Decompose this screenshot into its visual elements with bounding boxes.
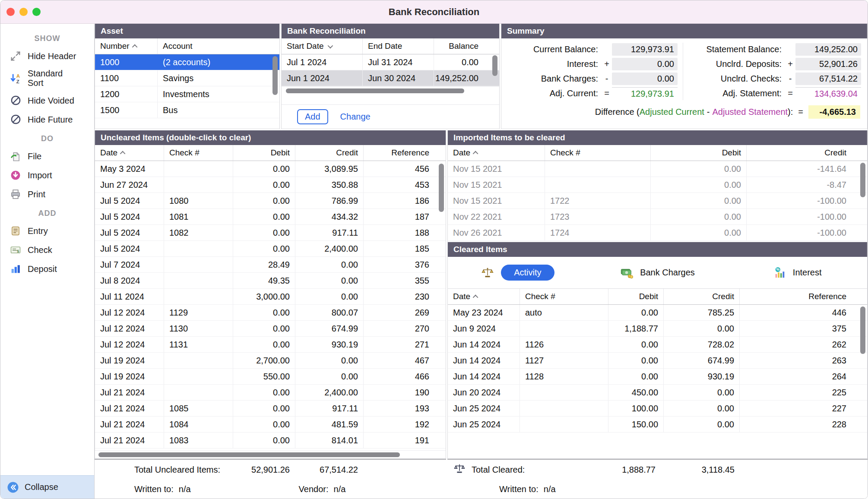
uncleared-row[interactable]: Jul 5 2024 1080 0.00 786.99 186 <box>95 193 446 209</box>
uncleared-row[interactable]: Jul 21 2024 1085 0.00 917.11 193 <box>95 401 446 417</box>
uncleared-row[interactable]: Jun 27 2024 0.00 350.88 453 <box>95 177 446 193</box>
sidebar-item-standard-sort[interactable]: AZ Standard Sort <box>0 66 94 91</box>
uncleared-row[interactable]: Jul 12 2024 1129 0.00 800.07 269 <box>95 305 446 321</box>
asset-row[interactable]: 1500 Bus <box>95 102 279 118</box>
uncleared-date: Jul 12 2024 <box>95 337 164 352</box>
cleared-row[interactable]: Jun 14 2024 1128 0.00 930.19 264 <box>448 369 867 385</box>
tab-activity[interactable]: Activity <box>448 265 588 281</box>
summary-statement-column: Statement Balance: 149,252.00 Unclrd. De… <box>683 43 861 100</box>
bankrec-table-body: Jul 1 2024 Jul 31 2024 0.00 Jun 1 2024 J… <box>282 54 499 86</box>
asset-column-number[interactable]: Number <box>95 38 158 54</box>
uncleared-row[interactable]: May 3 2024 0.00 3,089.95 456 <box>95 161 446 177</box>
cleared-reference: 227 <box>740 401 852 416</box>
close-window-button[interactable] <box>6 8 15 16</box>
uncleared-horizontal-scrollbar[interactable] <box>95 450 446 458</box>
sidebar-item-deposit[interactable]: Deposit <box>0 259 94 278</box>
window-controls <box>0 8 41 16</box>
uncleared-column-reference[interactable]: Reference <box>364 145 434 161</box>
uncleared-row[interactable]: Jul 19 2024 550.00 0.00 466 <box>95 369 446 385</box>
cleared-column-check[interactable]: Check # <box>520 289 608 304</box>
imported-row[interactable]: Nov 22 2021 1723 0.00 -100.00 <box>448 209 867 225</box>
uncleared-row[interactable]: Jul 21 2024 0.00 2,400.00 190 <box>95 385 446 401</box>
bankrec-horizontal-scrollbar[interactable] <box>282 86 499 95</box>
imported-row[interactable]: Nov 15 2021 0.00 -141.64 <box>448 161 867 177</box>
cleared-date: May 23 2024 <box>448 305 520 320</box>
sidebar-item-hide-future[interactable]: Hide Future <box>0 110 94 129</box>
asset-row[interactable]: 1000 (2 accounts) <box>95 54 279 70</box>
uncleared-column-debit[interactable]: Debit <box>233 145 295 161</box>
uncleared-row[interactable]: Jul 21 2024 1083 0.00 814.01 191 <box>95 433 446 448</box>
cleared-reference: 264 <box>740 369 852 384</box>
uncleared-column-check[interactable]: Check # <box>164 145 233 161</box>
cleared-row[interactable]: Jun 14 2024 1127 0.00 674.99 263 <box>448 353 867 369</box>
sidebar-item-hide-voided[interactable]: Hide Voided <box>0 91 94 110</box>
uncleared-row[interactable]: Jul 11 2024 3,000.00 0.00 230 <box>95 289 446 305</box>
sidebar-item-print[interactable]: Print <box>0 185 94 204</box>
uncleared-row[interactable]: Jul 12 2024 1131 0.00 930.19 271 <box>95 337 446 353</box>
uncleared-column-credit[interactable]: Credit <box>295 145 364 161</box>
uncleared-row[interactable]: Jul 5 2024 0.00 2,400.00 185 <box>95 241 446 257</box>
uncleared-row[interactable]: Jul 5 2024 1081 0.00 434.32 187 <box>95 209 446 225</box>
bankrec-column-start-date[interactable]: Start Date <box>282 38 363 54</box>
change-button[interactable]: Change <box>340 112 371 122</box>
asset-column-account[interactable]: Account <box>158 38 272 54</box>
sidebar-item-check[interactable]: $ Check <box>0 240 94 259</box>
sidebar-section-do: DO <box>0 134 94 143</box>
imported-row[interactable]: Nov 15 2021 1722 0.00 -100.00 <box>448 193 867 209</box>
uncleared-row[interactable]: Jul 8 2024 49.35 0.00 355 <box>95 273 446 289</box>
uncleared-row[interactable]: Jul 21 2024 1084 0.00 481.59 192 <box>95 417 446 433</box>
cleared-reference: 375 <box>740 321 852 336</box>
sidebar-item-entry[interactable]: Entry <box>0 221 94 240</box>
imported-row[interactable]: Nov 26 2021 1724 0.00 -100.00 <box>448 225 867 241</box>
uncleared-row[interactable]: Jul 5 2024 1082 0.00 917.11 188 <box>95 225 446 241</box>
tab-interest[interactable]: % Interest <box>727 266 867 279</box>
minimize-window-button[interactable] <box>19 8 28 16</box>
sidebar-item-file[interactable]: File <box>0 147 94 166</box>
sidebar-item-hide-header[interactable]: Hide Header <box>0 47 94 66</box>
adjusted-current-label: Adjusted Current <box>640 107 704 117</box>
tab-bank-charges[interactable]: Bank Charges <box>588 266 728 279</box>
cleared-row[interactable]: Jun 25 2024 100.00 0.00 227 <box>448 401 867 417</box>
bankrec-row[interactable]: Jul 1 2024 Jul 31 2024 0.00 <box>282 54 499 70</box>
uncleared-vertical-scrollbar[interactable] <box>439 164 444 212</box>
interest-value[interactable]: 0.00 <box>612 58 678 70</box>
cleared-row[interactable]: Jun 14 2024 1126 0.00 728.02 262 <box>448 337 867 353</box>
cleared-row[interactable]: Jun 9 2024 1,188.77 0.00 375 <box>448 321 867 337</box>
bankrec-column-balance[interactable]: Balance <box>434 38 484 54</box>
cleared-table-header: Date Check # Debit Credit Reference <box>448 289 867 305</box>
cleared-column-date[interactable]: Date <box>448 289 520 304</box>
imported-column-credit[interactable]: Credit <box>747 145 852 161</box>
bankrec-vertical-scrollbar[interactable] <box>492 55 497 76</box>
cleared-column-debit[interactable]: Debit <box>608 289 664 304</box>
asset-vertical-scrollbar[interactable] <box>272 56 278 95</box>
uncleared-debit: 3,000.00 <box>233 289 295 304</box>
imported-column-debit[interactable]: Debit <box>651 145 747 161</box>
collapse-label: Collapse <box>25 482 58 492</box>
bankrec-row[interactable]: Jun 1 2024 Jun 30 2024 149,252.00 <box>282 70 499 86</box>
asset-row[interactable]: 1200 Investments <box>95 86 279 102</box>
cleared-column-reference[interactable]: Reference <box>740 289 852 304</box>
uncleared-row[interactable]: Jul 19 2024 2,700.00 0.00 467 <box>95 353 446 369</box>
uncleared-row[interactable]: Jul 12 2024 1130 0.00 674.99 270 <box>95 321 446 337</box>
cleared-check <box>520 321 608 336</box>
imported-column-check[interactable]: Check # <box>545 145 651 161</box>
imported-row[interactable]: Nov 15 2021 0.00 -8.47 <box>448 177 867 193</box>
uncleared-column-date[interactable]: Date <box>95 145 164 161</box>
imported-column-date[interactable]: Date <box>448 145 545 161</box>
cleared-row[interactable]: May 23 2024 auto 0.00 785.25 446 <box>448 305 867 321</box>
cleared-row[interactable]: Jun 25 2024 150.00 0.00 228 <box>448 417 867 433</box>
bank-charges-value[interactable]: 0.00 <box>612 73 678 85</box>
uncleared-debit: 0.00 <box>233 337 295 352</box>
add-button[interactable]: Add <box>297 109 328 124</box>
sidebar-item-import[interactable]: Import <box>0 166 94 185</box>
cleared-check <box>520 385 608 400</box>
imported-vertical-scrollbar[interactable] <box>860 163 865 197</box>
collapse-sidebar-button[interactable]: Collapse <box>0 475 94 499</box>
asset-row[interactable]: 1100 Savings <box>95 70 279 86</box>
uncleared-row[interactable]: Jul 7 2024 28.49 0.00 376 <box>95 257 446 273</box>
cleared-column-credit[interactable]: Credit <box>664 289 740 304</box>
zoom-window-button[interactable] <box>32 8 41 16</box>
bankrec-column-end-date[interactable]: End Date <box>363 38 434 54</box>
cleared-row[interactable]: Jun 20 2024 450.00 0.00 225 <box>448 385 867 401</box>
cleared-vertical-scrollbar[interactable] <box>860 306 865 354</box>
